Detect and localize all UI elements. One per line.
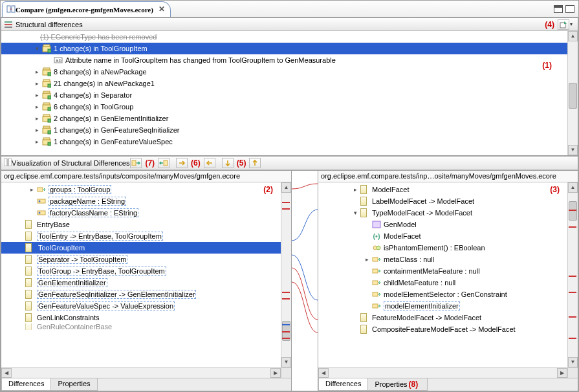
editor-tab[interactable]: Compare (gmfgen.ecore-gmfgenMoves.ecore)…	[2, 1, 171, 17]
expander-icon[interactable]: ▾	[352, 210, 359, 217]
expander-icon[interactable]	[28, 198, 36, 205]
tree-item[interactable]: GenFeatureSeqInitializer -> GenElementIn…	[1, 289, 281, 300]
expander-icon[interactable]	[352, 198, 359, 205]
expander-icon[interactable]	[28, 210, 36, 217]
tree-item[interactable]: Separator -> ToolGroupItem	[1, 254, 281, 265]
expander-icon[interactable]	[352, 314, 359, 321]
tab-properties[interactable]: Properties(8)	[367, 378, 428, 391]
expander-icon[interactable]: ▸	[34, 103, 41, 111]
expander-icon[interactable]	[17, 256, 24, 263]
tree-item[interactable]: factoryClassName : EString	[1, 207, 281, 219]
expander-icon[interactable]	[364, 268, 371, 275]
tree-item[interactable]: GenModel	[318, 219, 567, 230]
tree-item[interactable]: GenLinkConstraints	[1, 312, 281, 323]
expander-icon[interactable]: ▸	[34, 127, 41, 134]
export-button[interactable]	[558, 19, 569, 30]
tree-item[interactable]: containmentMetaFeature : null	[318, 265, 567, 277]
tree-item-label: Attribute name in ToolGroupItem has chan…	[65, 56, 336, 64]
tree-item[interactable]: ToolGroupItem	[1, 242, 281, 254]
tree-item[interactable]: childMetaFeature : null	[318, 277, 567, 289]
tree-item[interactable]: GenElementInitializer	[1, 277, 281, 289]
expander-icon[interactable]: ▸	[34, 69, 41, 76]
maximize-icon[interactable]	[565, 5, 574, 13]
expander-icon[interactable]	[364, 291, 371, 298]
expander-icon[interactable]: ▸	[352, 186, 359, 193]
expander-icon[interactable]: ▾	[34, 45, 41, 52]
copy-left-to-right-button[interactable]	[130, 158, 142, 168]
scrollbar-vertical[interactable]: ▲▼	[281, 182, 291, 367]
expander-icon[interactable]	[17, 233, 24, 240]
expander-icon[interactable]	[17, 291, 24, 298]
tree-item[interactable]: ▸1 change(s) in GenFeatureValueSpec	[1, 136, 567, 147]
tab-differences[interactable]: Differences	[1, 378, 51, 391]
tree-item[interactable]: ToolGroup -> EntryBase, ToolGroupItem	[1, 265, 281, 277]
tree-item[interactable]: (•)ModelFacet	[318, 230, 567, 242]
left-tree-body[interactable]: ▸groups : ToolGrouppackageName : EString…	[1, 182, 291, 378]
tree-item[interactable]: EntryBase	[1, 219, 281, 230]
expander-icon[interactable]: ▸	[34, 80, 41, 87]
tree-item[interactable]: packageName : EString	[1, 195, 281, 207]
dropdown-arrow-icon[interactable]: ▾	[570, 21, 575, 27]
scrollbar-vertical[interactable]: ▲▼	[567, 182, 578, 367]
minimize-icon[interactable]	[554, 5, 563, 13]
scroll-down-icon[interactable]: ▼	[568, 145, 578, 155]
prev-diff-button[interactable]	[204, 158, 215, 168]
scroll-up-icon[interactable]: ▲	[568, 31, 578, 41]
expander-icon[interactable]: ▸	[34, 138, 41, 146]
scrollbar-horizontal[interactable]: ◀▶	[318, 367, 567, 378]
expander-icon[interactable]	[364, 303, 371, 310]
close-tab-icon[interactable]: ✕	[158, 5, 165, 14]
tree-item[interactable]: ▸4 change(s) in Separator	[1, 89, 567, 101]
expander-icon[interactable]	[17, 268, 24, 275]
expander-icon[interactable]	[45, 57, 52, 64]
tree-item-label: 6 change(s) in ToolGroup	[54, 103, 133, 111]
expander-icon[interactable]	[364, 279, 371, 287]
tree-item[interactable]: GenFeatureValueSpec -> ValueExpression	[1, 300, 281, 312]
scrollbar-horizontal[interactable]: ◀▶	[1, 367, 281, 378]
tree-item[interactable]: ▸8 change(s) in aNewPackage	[1, 66, 567, 78]
expander-icon[interactable]	[364, 221, 371, 228]
svg-rect-36	[164, 160, 168, 166]
copy-right-to-left-button[interactable]	[158, 158, 169, 168]
tree-item[interactable]: CompositeFeatureModelFacet -> ModelFacet	[318, 323, 567, 335]
expander-icon[interactable]	[352, 326, 359, 333]
tree-item[interactable]: modelElementSelector : GenConstraint	[318, 289, 567, 300]
tree-item[interactable]: modelElementInitializer	[318, 300, 567, 312]
expander-icon[interactable]: ▸	[364, 256, 371, 263]
expander-icon[interactable]	[17, 323, 24, 330]
expander-icon[interactable]: ▸	[28, 186, 36, 193]
expander-icon[interactable]	[17, 279, 24, 287]
tree-item[interactable]: ToolEntry -> EntryBase, ToolGroupItem	[1, 230, 281, 242]
tree-item[interactable]: LabelModelFacet -> ModelFacet	[318, 195, 567, 207]
tree-item[interactable]: GenRuleContainerBase	[1, 323, 281, 330]
expander-icon[interactable]	[17, 245, 24, 252]
tree-item[interactable]: ▸metaClass : null	[318, 254, 567, 265]
expander-icon[interactable]	[17, 314, 24, 321]
tree-item[interactable]: isPhantomElement() : EBoolean	[318, 242, 567, 254]
diff-tree[interactable]: (1) EGenericType has been removed▾1 chan…	[1, 31, 578, 155]
tree-item[interactable]: ▸groups : ToolGroup	[1, 184, 281, 195]
tree-item[interactable]: ▸ModelFacet	[318, 184, 567, 195]
next-change-button[interactable]	[222, 158, 234, 168]
expander-icon[interactable]	[364, 245, 371, 252]
tab-properties[interactable]: Properties	[50, 378, 97, 391]
expander-icon[interactable]	[17, 303, 24, 310]
right-tree-body[interactable]: ▸ModelFacetLabelModelFacet -> ModelFacet…	[318, 182, 578, 378]
scroll-thumb[interactable]	[569, 83, 577, 109]
tree-item[interactable]: FeatureModelFacet -> ModelFacet	[318, 312, 567, 323]
tree-item[interactable]: ▾TypeModelFacet -> ModelFacet	[318, 207, 567, 219]
scrollbar-vertical[interactable]: ▲ ▼	[567, 31, 578, 155]
next-diff-button[interactable]	[176, 158, 188, 168]
tree-item[interactable]: ▾1 change(s) in ToolGroupItem	[1, 43, 567, 54]
tree-item[interactable]: ▸6 change(s) in ToolGroup	[1, 101, 567, 113]
tree-item[interactable]: ▸2 change(s) in GenElementInitializer	[1, 113, 567, 124]
expander-icon[interactable]	[364, 233, 371, 240]
tree-item[interactable]: ▸1 change(s) in GenFeatureSeqInitializer	[1, 124, 567, 136]
expander-icon[interactable]: ▸	[34, 115, 41, 122]
expander-icon[interactable]	[17, 221, 24, 228]
tree-item[interactable]: ▸21 change(s) in aNewPackage1	[1, 78, 567, 89]
tree-item[interactable]: abAttribute name in ToolGroupItem has ch…	[1, 54, 567, 66]
expander-icon[interactable]: ▸	[34, 92, 41, 99]
tab-differences[interactable]: Differences	[318, 378, 368, 391]
prev-change-button[interactable]	[249, 158, 261, 168]
